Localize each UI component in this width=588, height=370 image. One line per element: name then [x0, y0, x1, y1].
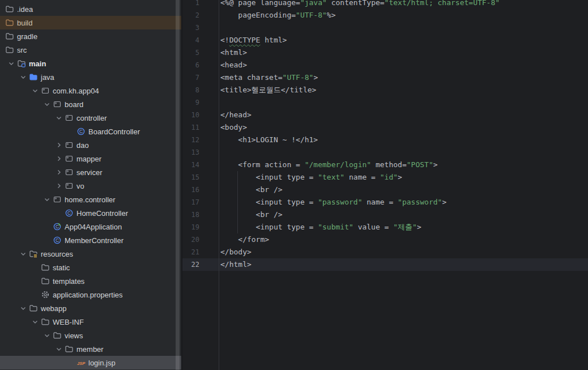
svg-text:C: C [55, 237, 58, 243]
package-icon [64, 154, 74, 163]
tree-item-java[interactable]: java [0, 70, 181, 84]
code-line-7[interactable]: 7<meta charset="UTF-8"> [181, 71, 588, 84]
tree-item-dao[interactable]: dao [0, 138, 181, 152]
tree-item-homecontroller[interactable]: CHomeController [0, 206, 181, 220]
code-text: <meta charset="UTF-8"> [199, 71, 318, 84]
line-number[interactable]: 22 [181, 258, 199, 271]
code-line-20[interactable]: 20 </form> [181, 233, 588, 246]
code-line-8[interactable]: 8<title>헬로월드</title> [181, 84, 588, 96]
chevron-down-icon[interactable] [18, 304, 28, 313]
line-number[interactable]: 15 [181, 171, 199, 184]
tree-item-templates[interactable]: templates [0, 274, 181, 288]
chevron-right-icon[interactable] [54, 141, 64, 150]
code-line-14[interactable]: 14 <form action = "/member/login" method… [181, 159, 588, 171]
code-line-16[interactable]: 16 <br /> [181, 184, 588, 196]
code-text: </html> [199, 258, 252, 271]
line-number[interactable]: 16 [181, 184, 199, 196]
code-line-18[interactable]: 18 <br /> [181, 209, 588, 221]
panel-splitter[interactable] [181, 0, 182, 370]
tree-item-app04application[interactable]: CApp04Application [0, 220, 181, 233]
editor-panel[interactable]: 1<%@ page language="java" contentType="t… [181, 0, 588, 370]
line-number[interactable]: 4 [181, 34, 199, 46]
tree-item-controller[interactable]: controller [0, 111, 181, 125]
chevron-right-icon[interactable] [54, 168, 64, 177]
line-number[interactable]: 20 [181, 233, 199, 246]
line-number[interactable]: 1 [181, 0, 199, 9]
tree-item-resources[interactable]: resources [0, 247, 181, 261]
tree-item-web-inf[interactable]: WEB-INF [0, 315, 181, 329]
tree-item-build[interactable]: build [0, 16, 181, 29]
code-line-9[interactable]: 9 [181, 96, 588, 109]
code-line-21[interactable]: 21</body> [181, 246, 588, 258]
chevron-down-icon[interactable] [42, 100, 52, 109]
chevron-down-icon[interactable] [54, 113, 64, 122]
line-number[interactable]: 3 [181, 22, 199, 34]
tree-item-vo[interactable]: vo [0, 179, 181, 193]
code-token: </head> [220, 110, 252, 119]
code-line-1[interactable]: 1<%@ page language="java" contentType="t… [181, 0, 588, 9]
code-line-12[interactable]: 12 <h1>LOGIN ~ !</h1> [181, 134, 588, 146]
line-number[interactable]: 7 [181, 71, 199, 84]
tree-item-home-controller[interactable]: home.controller [0, 193, 181, 206]
line-number[interactable]: 14 [181, 159, 199, 171]
line-number[interactable]: 17 [181, 196, 199, 209]
line-number[interactable]: 12 [181, 134, 199, 146]
chevron-down-icon[interactable] [18, 249, 28, 258]
tree-item-main[interactable]: main [0, 57, 181, 70]
tree-item-com-kh-app04[interactable]: com.kh.app04 [0, 84, 181, 97]
tree-item-board[interactable]: board [0, 97, 181, 111]
code-line-6[interactable]: 6<head> [181, 59, 588, 71]
chevron-right-icon[interactable] [54, 181, 64, 190]
code-text: <br /> [199, 184, 283, 196]
tree-item-static[interactable]: static [0, 261, 181, 274]
chevron-down-icon[interactable] [54, 345, 64, 354]
code-line-17[interactable]: 17 <input type = "password" name = "pass… [181, 196, 588, 209]
code-line-13[interactable]: 13 [181, 146, 588, 159]
tree-item-member[interactable]: member [0, 342, 181, 356]
tree-item-membercontroller[interactable]: CMemberController [0, 233, 181, 247]
chevron-down-icon[interactable] [42, 195, 52, 204]
code-line-3[interactable]: 3 [181, 22, 588, 34]
line-number[interactable]: 8 [181, 84, 199, 96]
chevron-down-icon[interactable] [42, 331, 52, 340]
code-line-19[interactable]: 19 <input type = "submit" value = "제출"> [181, 221, 588, 233]
tree-item-src[interactable]: src [0, 43, 181, 57]
tree-item-application-properties[interactable]: application.properties [0, 288, 181, 301]
tree-item-webapp[interactable]: webapp [0, 301, 181, 315]
line-number[interactable]: 5 [181, 46, 199, 59]
chevron-down-icon[interactable] [6, 59, 16, 68]
line-number[interactable]: 18 [181, 209, 199, 221]
line-number[interactable]: 6 [181, 59, 199, 71]
string-literal: "text/html; charset=UTF-8" [385, 0, 500, 7]
tree-item--idea[interactable]: .idea [0, 2, 181, 16]
code-line-22[interactable]: 22</html> [181, 258, 588, 271]
code-line-5[interactable]: 5<html> [181, 46, 588, 59]
line-number[interactable]: 11 [181, 121, 199, 134]
chevron-right-icon[interactable] [54, 154, 64, 163]
line-number[interactable]: 19 [181, 221, 199, 233]
line-number[interactable]: 21 [181, 246, 199, 258]
code-text: <body> [199, 121, 247, 134]
line-number[interactable]: 13 [181, 146, 199, 159]
tree-item-gradle[interactable]: gradle [0, 29, 181, 43]
chevron-down-icon[interactable] [30, 317, 40, 326]
code-token: <input type = [220, 198, 318, 206]
code-line-10[interactable]: 10</head> [181, 109, 588, 121]
tree-item-views[interactable]: views [0, 329, 181, 342]
code-line-15[interactable]: 15 <input type = "text" name = "id"> [181, 171, 588, 184]
line-number[interactable]: 2 [181, 9, 199, 22]
line-number[interactable]: 9 [181, 96, 199, 109]
code-line-4[interactable]: 4<!DOCTYPE html> [181, 34, 588, 46]
line-number[interactable]: 10 [181, 109, 199, 121]
tree-item-boardcontroller[interactable]: CBoardController [0, 125, 181, 138]
code-line-2[interactable]: 2 pageEncoding="UTF-8"%> [181, 9, 588, 22]
folder-icon [5, 32, 14, 41]
tree-item-mapper[interactable]: mapper [0, 152, 181, 165]
chevron-down-icon[interactable] [18, 73, 28, 82]
code-line-11[interactable]: 11<body> [181, 121, 588, 134]
chevron-down-icon[interactable] [30, 86, 40, 95]
tree-scrollbar[interactable] [176, 0, 180, 370]
tree-item-login-jsp[interactable]: JSPlogin.jsp [0, 356, 181, 369]
tree-item-label: App04Application [65, 223, 122, 231]
tree-item-servicer[interactable]: servicer [0, 165, 181, 179]
